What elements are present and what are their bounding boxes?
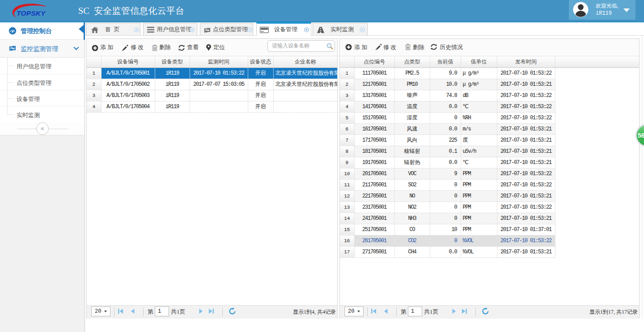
svg-text:TOPSKY: TOPSKY xyxy=(17,9,46,17)
